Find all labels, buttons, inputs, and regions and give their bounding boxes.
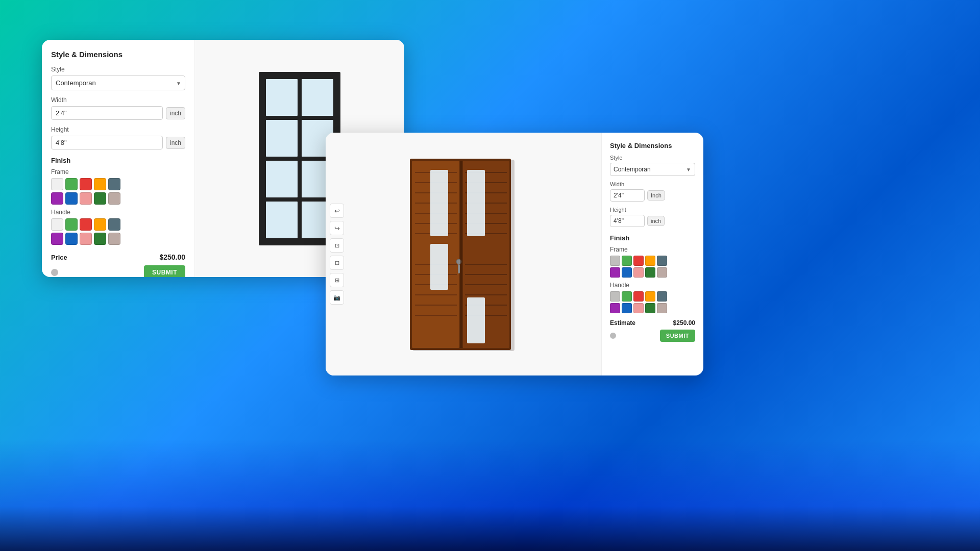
handle-swatch-7[interactable] <box>80 233 92 245</box>
panel2-width-label: Width <box>610 181 695 187</box>
frame-swatch-5[interactable] <box>51 192 63 205</box>
handle-swatch-5[interactable] <box>51 233 63 245</box>
panel2-handle-swatches <box>610 291 695 313</box>
handle-swatch-0[interactable] <box>51 218 63 231</box>
p2-frame-swatch-1[interactable] <box>622 256 632 266</box>
panel1-controls: Style & Dimensions Style Contemporan ▼ W… <box>42 40 195 277</box>
frame-swatch-4[interactable] <box>108 178 120 190</box>
handle-swatch-4[interactable] <box>108 218 120 231</box>
handle-swatch-8[interactable] <box>94 233 106 245</box>
frame-swatch-1[interactable] <box>65 178 78 190</box>
panel1-height-unit: inch <box>166 137 185 149</box>
panel1-height-input[interactable] <box>51 136 163 149</box>
panel1-finish-title: Finish <box>51 157 185 164</box>
panel2-submit-button[interactable]: SUBMIT <box>660 330 695 342</box>
frame-swatch-8[interactable] <box>94 192 106 205</box>
panel2-camera-button[interactable]: 📷 <box>330 290 344 305</box>
frame-swatch-0[interactable] <box>51 178 63 190</box>
door-illustration <box>405 155 522 354</box>
panel1-handle-swatches <box>51 218 185 245</box>
p2-handle-swatch-0[interactable] <box>610 291 620 302</box>
p2-handle-swatch-4[interactable] <box>657 291 667 302</box>
panel1-finish-section: Finish Frame Handle <box>51 157 185 245</box>
p2-frame-swatch-5[interactable] <box>610 267 620 278</box>
panel2-height-label: Height <box>610 207 695 213</box>
panel1-height-row: inch <box>51 136 185 149</box>
panel2-undo-button[interactable]: ↩ <box>330 204 344 218</box>
panel2-width-input[interactable] <box>610 189 645 202</box>
panel2-estimate-label: Estimate <box>610 319 635 327</box>
p2-frame-swatch-3[interactable] <box>645 256 655 266</box>
panel1-style-wrapper: Contemporan ▼ <box>51 76 185 90</box>
frame-swatch-3[interactable] <box>94 178 106 190</box>
frame-swatch-9[interactable] <box>108 192 120 205</box>
panel1-price-label: Price <box>51 254 67 261</box>
svg-rect-31 <box>430 244 448 290</box>
p2-frame-swatch-7[interactable] <box>633 267 644 278</box>
window-pane-7 <box>266 202 298 238</box>
p2-handle-swatch-3[interactable] <box>645 291 655 302</box>
panel2-height-row: inch <box>610 215 695 227</box>
panel1-height-label: Height <box>51 126 185 133</box>
panel2-redo-button[interactable]: ↪ <box>330 221 344 235</box>
panel1-submit-button[interactable]: SUBMIT <box>144 265 185 277</box>
frame-swatch-6[interactable] <box>65 192 78 205</box>
panel2-toolbar: ↩ ↪ ⊡ ⊟ ⊞ 📷 <box>330 204 344 305</box>
panel2-width-unit: Inch <box>647 190 665 201</box>
svg-rect-33 <box>467 297 485 343</box>
p2-handle-swatch-6[interactable] <box>622 303 632 313</box>
p2-handle-swatch-5[interactable] <box>610 303 620 313</box>
p2-frame-swatch-6[interactable] <box>622 267 632 278</box>
panel1-price-row: Price $250.00 <box>51 253 185 261</box>
panel2-frame-label: Frame <box>610 246 695 253</box>
panel1-frame-label: Frame <box>51 168 185 176</box>
panel2-zoom-in-button[interactable]: ⊡ <box>330 238 344 253</box>
p2-handle-swatch-8[interactable] <box>645 303 655 313</box>
p2-handle-swatch-2[interactable] <box>633 291 644 302</box>
panel2-handle-label: Handle <box>610 282 695 289</box>
p2-frame-swatch-9[interactable] <box>657 267 667 278</box>
frame-swatch-2[interactable] <box>80 178 92 190</box>
panel2-height-input[interactable] <box>610 215 645 227</box>
panel1-width-unit: inch <box>166 107 185 119</box>
panel1-width-row: inch <box>51 106 185 120</box>
window-pane-5 <box>266 161 298 197</box>
p2-frame-swatch-0[interactable] <box>610 256 620 266</box>
panel1-submit-row: SUBMIT <box>51 265 185 277</box>
p2-handle-swatch-1[interactable] <box>622 291 632 302</box>
svg-rect-35 <box>458 264 460 273</box>
panel2-style-select[interactable]: Contemporan <box>610 163 695 176</box>
panel1-style-label: Style <box>51 66 185 73</box>
p2-frame-swatch-4[interactable] <box>657 256 667 266</box>
svg-rect-32 <box>467 170 485 236</box>
p2-handle-swatch-9[interactable] <box>657 303 667 313</box>
panel2-expand-button[interactable]: ⊞ <box>330 273 344 287</box>
handle-swatch-1[interactable] <box>65 218 78 231</box>
frame-swatch-7[interactable] <box>80 192 92 205</box>
panel1-info-dot <box>51 269 58 276</box>
p2-frame-swatch-2[interactable] <box>633 256 644 266</box>
panel2-preview: ↩ ↪ ⊡ ⊟ ⊞ 📷 <box>326 133 601 375</box>
panel1-title: Style & Dimensions <box>51 50 185 59</box>
handle-swatch-2[interactable] <box>80 218 92 231</box>
handle-swatch-3[interactable] <box>94 218 106 231</box>
window-pane-3 <box>266 120 298 157</box>
panel1-handle-label: Handle <box>51 209 185 216</box>
svg-rect-36 <box>460 161 463 348</box>
panel2-width-row: Inch <box>610 189 695 202</box>
panel2-frame-swatches <box>610 256 695 278</box>
panel1-width-label: Width <box>51 96 185 104</box>
panel1-style-select[interactable]: Contemporan <box>51 76 185 90</box>
panel1-width-input[interactable] <box>51 106 163 120</box>
panel1-price-value: $250.00 <box>159 253 185 261</box>
window-pane-2 <box>302 79 333 116</box>
svg-rect-30 <box>430 170 448 236</box>
panel1-frame-swatches <box>51 178 185 205</box>
panel2-finish-title: Finish <box>610 234 695 242</box>
panel2-zoom-out-button[interactable]: ⊟ <box>330 256 344 270</box>
p2-handle-swatch-7[interactable] <box>633 303 644 313</box>
handle-swatch-9[interactable] <box>108 233 120 245</box>
p2-frame-swatch-8[interactable] <box>645 267 655 278</box>
panel2-style-label: Style <box>610 155 695 161</box>
handle-swatch-6[interactable] <box>65 233 78 245</box>
